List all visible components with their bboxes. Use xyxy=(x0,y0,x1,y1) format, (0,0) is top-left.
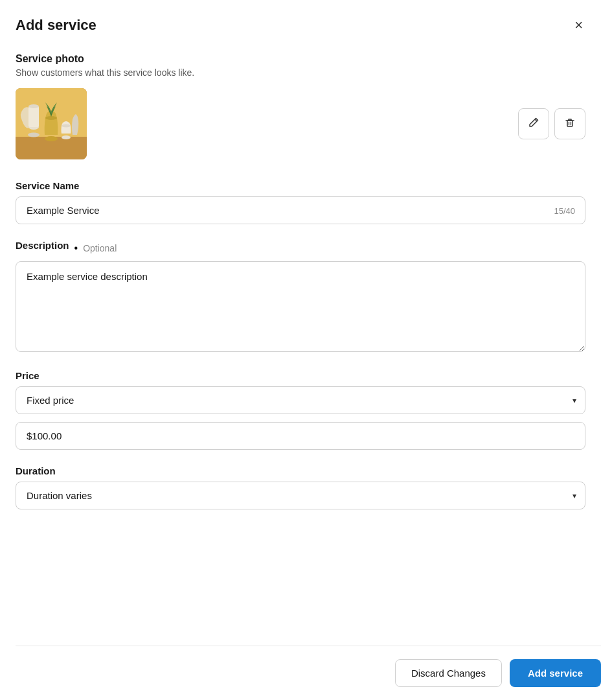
price-type-wrapper: Fixed price Hourly rate Starting from Fr… xyxy=(16,386,585,414)
delete-photo-button[interactable] xyxy=(554,108,585,139)
price-type-select[interactable]: Fixed price Hourly rate Starting from Fr… xyxy=(16,386,585,414)
photo-section: Service photo Show customers what this s… xyxy=(16,53,585,159)
svg-point-9 xyxy=(62,135,71,139)
price-section: Price Fixed price Hourly rate Starting f… xyxy=(16,370,585,450)
close-icon: × xyxy=(574,18,583,32)
modal-header: Add service × xyxy=(16,16,585,35)
description-section: Description • Optional xyxy=(16,240,585,355)
service-photo xyxy=(16,88,87,159)
duration-select-wrapper: Duration varies 15 min 30 min 45 min 1 h… xyxy=(16,482,585,509)
price-label: Price xyxy=(16,370,585,381)
photo-image xyxy=(16,88,87,159)
svg-point-6 xyxy=(28,133,40,137)
svg-point-10 xyxy=(62,124,71,128)
service-name-label: Service Name xyxy=(16,180,585,191)
dot-separator: • xyxy=(74,242,78,254)
svg-rect-11 xyxy=(567,121,573,126)
description-label: Description xyxy=(16,240,69,251)
svg-point-7 xyxy=(45,136,58,141)
optional-tag: Optional xyxy=(83,243,117,253)
add-service-button[interactable]: Add service xyxy=(510,659,601,687)
service-name-section: Service Name 15/40 xyxy=(16,180,585,224)
duration-section: Duration Duration varies 15 min 30 min 4… xyxy=(16,465,585,509)
discard-changes-button[interactable]: Discard Changes xyxy=(395,659,502,687)
service-name-input[interactable] xyxy=(16,196,585,224)
description-textarea[interactable] xyxy=(16,261,585,352)
svg-point-5 xyxy=(28,104,39,108)
price-amount-wrapper xyxy=(16,422,585,450)
duration-select[interactable]: Duration varies 15 min 30 min 45 min 1 h… xyxy=(16,482,585,509)
photo-section-title: Service photo xyxy=(16,53,585,65)
edit-icon xyxy=(528,117,539,132)
photo-row xyxy=(16,88,585,159)
close-button[interactable]: × xyxy=(572,16,585,35)
modal-footer: Discard Changes Add service xyxy=(16,646,601,700)
description-label-row: Description • Optional xyxy=(16,240,585,256)
svg-rect-4 xyxy=(28,106,39,127)
add-service-modal: Add service × Service photo Show custome… xyxy=(0,0,601,700)
edit-photo-button[interactable] xyxy=(518,108,549,139)
modal-title: Add service xyxy=(16,17,96,34)
duration-label: Duration xyxy=(16,465,585,476)
trash-icon xyxy=(564,117,576,132)
service-name-input-wrapper: 15/40 xyxy=(16,196,585,224)
photo-section-subtitle: Show customers what this service looks l… xyxy=(16,67,585,78)
price-amount-input[interactable] xyxy=(16,422,585,450)
photo-actions xyxy=(518,108,585,139)
